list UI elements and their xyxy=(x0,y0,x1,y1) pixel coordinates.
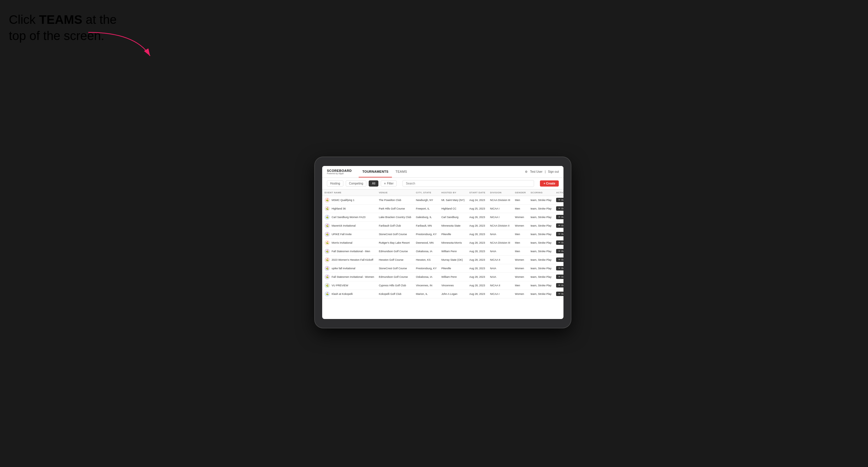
date-cell: Aug 28, 2023 xyxy=(467,221,488,230)
edit-button[interactable]: ✏ Edit xyxy=(556,198,563,202)
filter-button[interactable]: ≡ Filter xyxy=(381,180,397,187)
nav-teams[interactable]: TEAMS xyxy=(392,166,410,178)
signout-link[interactable]: Sign out xyxy=(548,170,559,173)
team-icon: ⛳ xyxy=(324,240,330,245)
edit-button[interactable]: ✏ Edit xyxy=(556,241,563,245)
division-cell: NAIA xyxy=(488,230,513,238)
event-name-cell: ⛳ Klash at Kokopelli xyxy=(322,289,376,298)
event-name: VU PREVIEW xyxy=(332,284,348,287)
hosted-cell: Vincennes xyxy=(439,281,467,289)
gender-cell: Women xyxy=(513,255,528,264)
venue-cell: Faribault Golf Club xyxy=(376,221,413,230)
gender-cell: Men xyxy=(513,238,528,247)
tab-hosting[interactable]: Hosting xyxy=(327,180,343,187)
event-name: Klash at Kokopelli xyxy=(332,292,353,295)
scoring-cell: team, Stroke Play xyxy=(528,196,554,204)
tablet-screen: SCOREBOARD Powered by clippit TOURNAMENT… xyxy=(322,166,563,319)
scoring-cell: team, Stroke Play xyxy=(528,213,554,221)
scoring-cell: team, Stroke Play xyxy=(528,230,554,238)
date-cell: Aug 28, 2023 xyxy=(467,247,488,255)
edit-icon: ✏ xyxy=(558,233,560,236)
event-name-cell: ⛳ VU PREVIEW xyxy=(322,281,376,289)
event-name-cell: ⛳ 2023 Women's Hesston Fall Kickoff xyxy=(322,255,376,264)
gender-cell: Women xyxy=(513,221,528,230)
actions-cell: ✏ Edit xyxy=(554,204,563,213)
team-icon: ⛳ xyxy=(324,223,330,228)
edit-button[interactable]: ✏ Edit xyxy=(556,283,563,287)
tab-all[interactable]: All xyxy=(369,180,378,187)
edit-button[interactable]: ✏ Edit xyxy=(556,223,563,228)
team-icon: ⛳ xyxy=(324,249,330,254)
city-cell: Prestonsburg, KY xyxy=(413,230,439,238)
gender-cell: Women xyxy=(513,289,528,298)
event-name: upike fall invitational xyxy=(332,267,355,270)
event-name-cell: ⛳ Carl Sandburg Women FA23 xyxy=(322,213,376,221)
date-cell: Aug 28, 2023 xyxy=(467,238,488,247)
table-header-row: EVENT NAME VENUE CITY, STATE HOSTED BY S… xyxy=(322,189,563,196)
edit-icon: ✏ xyxy=(558,216,560,218)
event-name: UPIKE Fall Invite xyxy=(332,233,351,236)
team-icon: ⛳ xyxy=(324,206,330,211)
venue-cell: StoneCrest Golf Course xyxy=(376,230,413,238)
city-cell: Freeport, IL xyxy=(413,204,439,213)
division-cell: NCAA Division III xyxy=(488,196,513,204)
event-name-cell: ⛳ Fall Statesmen Invitational - Men xyxy=(322,247,376,255)
table-row: ⛳ 2023 Women's Hesston Fall Kickoff Hess… xyxy=(322,255,563,264)
create-button[interactable]: + Create xyxy=(540,180,559,187)
hosted-cell: Pikeville xyxy=(439,230,467,238)
team-icon: ⛳ xyxy=(324,274,330,280)
city-cell: Faribault, MN xyxy=(413,221,439,230)
gender-cell: Women xyxy=(513,273,528,281)
event-name: 2023 Women's Hesston Fall Kickoff xyxy=(332,258,373,261)
event-name-cell: ⛳ Morris Invitational xyxy=(322,238,376,247)
venue-cell: StoneCrest Golf Course xyxy=(376,264,413,273)
venue-cell: Lake Bracken Country Club xyxy=(376,213,413,221)
scoring-cell: team, Stroke Play xyxy=(528,281,554,289)
edit-button[interactable]: ✏ Edit xyxy=(556,275,563,279)
edit-button[interactable]: ✏ Edit xyxy=(556,232,563,236)
gender-cell: Men xyxy=(513,247,528,255)
scoring-cell: team, Stroke Play xyxy=(528,289,554,298)
gender-cell: Women xyxy=(513,213,528,221)
actions-cell: ✏ Edit xyxy=(554,196,563,204)
hosted-cell: Minnesota-Morris xyxy=(439,238,467,247)
event-name-cell: ⛳ UPIKE Fall Invite xyxy=(322,230,376,238)
division-cell: NCAA Division III xyxy=(488,238,513,247)
search-input[interactable] xyxy=(403,180,534,187)
edit-icon: ✏ xyxy=(558,284,560,287)
date-cell: Aug 28, 2023 xyxy=(467,273,488,281)
edit-button[interactable]: ✏ Edit xyxy=(556,257,563,262)
edit-button[interactable]: ✏ Edit xyxy=(556,266,563,271)
edit-button[interactable]: ✏ Edit xyxy=(556,291,563,296)
date-cell: Aug 28, 2023 xyxy=(467,264,488,273)
logo-area: SCOREBOARD Powered by clippit xyxy=(327,169,351,175)
actions-cell: ✏ Edit xyxy=(554,221,563,230)
event-name: Maverick Invitational xyxy=(332,224,356,227)
table-row: ⛳ Fall Statesmen Invitational - Women Ed… xyxy=(322,273,563,281)
date-cell: Aug 24, 2023 xyxy=(467,196,488,204)
table-row: ⛳ upike fall invitational StoneCrest Gol… xyxy=(322,264,563,273)
hosted-cell: Murray State (OK) xyxy=(439,255,467,264)
col-event-name: EVENT NAME xyxy=(322,189,376,196)
event-name-cell: ⛳ MSMC Qualifying 1 xyxy=(322,196,376,204)
edit-icon: ✏ xyxy=(558,224,560,227)
gear-icon[interactable]: ⚙ xyxy=(525,170,528,173)
city-cell: Oskaloosa, IA xyxy=(413,247,439,255)
event-name-cell: ⛳ Fall Statesmen Invitational - Women xyxy=(322,273,376,281)
filter-icon: ≡ xyxy=(384,182,386,185)
edit-button[interactable]: ✏ Edit xyxy=(556,206,563,211)
venue-cell: Ruttger's Bay Lake Resort xyxy=(376,238,413,247)
venue-cell: Cypress Hills Golf Club xyxy=(376,281,413,289)
tab-competing[interactable]: Competing xyxy=(346,180,366,187)
city-cell: Marion, IL xyxy=(413,289,439,298)
hosted-cell: Highland CC xyxy=(439,204,467,213)
nav-tournaments[interactable]: TOURNAMENTS xyxy=(359,166,392,178)
gender-cell: Men xyxy=(513,230,528,238)
table-row: ⛳ Morris Invitational Ruttger's Bay Lake… xyxy=(322,238,563,247)
team-icon: ⛳ xyxy=(324,283,330,288)
edit-button[interactable]: ✏ Edit xyxy=(556,249,563,253)
edit-button[interactable]: ✏ Edit xyxy=(556,215,563,219)
table-row: ⛳ Carl Sandburg Women FA23 Lake Bracken … xyxy=(322,213,563,221)
event-name: Highland 36 xyxy=(332,207,346,210)
scoring-cell: team, Stroke Play xyxy=(528,204,554,213)
